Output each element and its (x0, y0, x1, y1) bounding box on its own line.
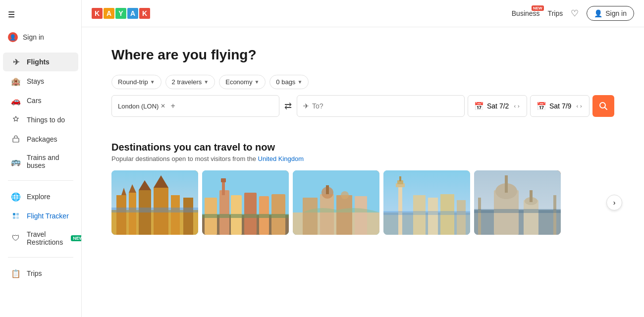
svg-rect-28 (221, 178, 226, 182)
plane-icon: ✈ (11, 57, 21, 67)
svg-rect-18 (111, 208, 198, 212)
sidebar-item-explore[interactable]: 🌐 Explore (3, 187, 78, 206)
istanbul-image (474, 170, 561, 235)
bags-dropdown[interactable]: 0 bags ▼ (269, 75, 309, 89)
packages-icon (11, 134, 21, 144)
svg-rect-37 (326, 185, 329, 194)
date-from-prev[interactable]: ‹ (514, 103, 516, 109)
business-link-wrap: Business New (512, 9, 540, 17)
destination-card-2[interactable] (202, 170, 289, 235)
sidebar-item-packages[interactable]: Packages (3, 130, 78, 149)
date-to-next[interactable]: › (580, 103, 582, 109)
to-input[interactable] (312, 102, 458, 110)
destination-card-5[interactable] (474, 170, 561, 235)
kayak-logo[interactable]: K A Y A K (92, 8, 150, 19)
svg-rect-2 (16, 213, 19, 215)
logo-y: Y (115, 8, 126, 19)
date-from-field[interactable]: 📅 Sat 7/2 ‹ › (468, 95, 527, 117)
travelers-dropdown[interactable]: 2 travelers ▼ (165, 75, 215, 89)
date-to-prev[interactable]: ‹ (576, 103, 578, 109)
from-value: London (LON) (118, 103, 159, 110)
barcelona-image (293, 170, 379, 235)
sidebar-label-stays: Stays (27, 77, 44, 85)
search-button[interactable] (592, 95, 614, 117)
sidebar-label-trips: Trips (27, 269, 42, 277)
svg-rect-54 (505, 175, 508, 193)
search-inputs-row: London (LON) ✕ + ⇄ ✈ 📅 Sat 7/2 ‹ › (111, 95, 614, 117)
menu-icon[interactable]: ☰ (0, 5, 81, 27)
date-from-next[interactable]: › (518, 103, 520, 109)
destinations-next-button[interactable]: › (606, 195, 622, 211)
bus-icon: 🚌 (11, 157, 21, 166)
main-content: K A Y A K Business New Trips ♡ 👤 Sign in… (82, 0, 644, 317)
sidebar-item-trips[interactable]: 📋 Trips (3, 264, 78, 283)
svg-rect-33 (320, 194, 334, 235)
svg-rect-3 (13, 216, 15, 219)
svg-rect-27 (222, 180, 225, 195)
from-field[interactable]: London (LON) ✕ + (111, 95, 279, 117)
svg-rect-44 (399, 176, 401, 181)
sidebar-main-section: ✈ Flights 🏨 Stays 🚗 Cars Things to do (0, 50, 81, 176)
sidebar-secondary-section: 🌐 Explore Flight Tracker 🛡 Travel Restri… (0, 185, 81, 253)
svg-rect-9 (129, 193, 136, 235)
trips-link[interactable]: Trips (548, 9, 563, 17)
stays-icon: 🏨 (11, 76, 21, 86)
svg-rect-59 (530, 190, 533, 202)
sign-in-button[interactable]: 👤 Sign in (587, 6, 634, 21)
destination-card-3[interactable] (293, 170, 379, 235)
date-to-nav[interactable]: ‹ › (576, 103, 582, 109)
calendar-from-icon: 📅 (474, 102, 484, 111)
sidebar-signin[interactable]: 👤 Sign in (0, 27, 81, 50)
cabin-chevron: ▼ (254, 79, 259, 85)
user-icon: 👤 (8, 32, 18, 42)
sidebar-label-cars: Cars (27, 97, 42, 105)
bags-chevron: ▼ (297, 79, 302, 85)
sign-in-label: Sign in (605, 9, 627, 17)
sidebar-item-cars[interactable]: 🚗 Cars (3, 91, 78, 110)
sidebar-item-flight-tracker[interactable]: Flight Tracker (3, 207, 78, 225)
search-icon (598, 101, 608, 111)
cabin-dropdown[interactable]: Economy ▼ (219, 75, 266, 89)
trips-icon: 📋 (11, 268, 21, 278)
cabin-label: Economy (225, 78, 252, 86)
trip-type-dropdown[interactable]: Round-trip ▼ (111, 75, 161, 89)
add-origin[interactable]: + (170, 102, 175, 110)
sidebar-item-things-to-do[interactable]: Things to do (3, 110, 78, 129)
to-field[interactable]: ✈ (297, 95, 465, 117)
svg-rect-32 (303, 198, 318, 235)
swap-button[interactable]: ⇄ (282, 101, 294, 111)
svg-rect-55 (478, 198, 481, 235)
sidebar-item-flights[interactable]: ✈ Flights (3, 53, 78, 71)
destination-card-4[interactable] (383, 170, 470, 235)
page-title: Where are you flying? (111, 47, 614, 63)
sidebar-divider-1 (8, 180, 73, 181)
bags-label: 0 bags (276, 78, 295, 86)
tokyo-image (383, 170, 470, 235)
svg-rect-34 (336, 195, 352, 235)
sidebar-tertiary-section: 📋 Trips (0, 262, 81, 285)
trip-type-chevron: ▼ (150, 79, 155, 85)
sidebar-item-trains[interactable]: 🚌 Trains and buses (3, 149, 78, 174)
sidebar-divider-2 (8, 257, 73, 258)
favorites-icon[interactable]: ♡ (571, 8, 579, 19)
svg-rect-24 (244, 193, 257, 235)
date-from-nav[interactable]: ‹ › (514, 103, 519, 109)
subtitle-static: Popular destinations open to most visito… (111, 155, 258, 162)
sidebar-label-packages: Packages (27, 135, 57, 143)
date-to-field[interactable]: 📅 Sat 7/9 ‹ › (530, 95, 590, 117)
svg-rect-35 (355, 196, 367, 235)
from-tag-close[interactable]: ✕ (161, 103, 165, 109)
header: K A Y A K Business New Trips ♡ 👤 Sign in (82, 0, 644, 27)
cartagena-image (202, 170, 289, 235)
plane-to-icon: ✈ (303, 102, 309, 110)
logo-a2: A (127, 8, 138, 19)
destination-card-1[interactable] (111, 170, 198, 235)
sidebar-item-stays[interactable]: 🏨 Stays (3, 72, 78, 91)
date-from-value: Sat 7/2 (487, 102, 509, 110)
sidebar-item-travel-restrictions[interactable]: 🛡 Travel Restrictions NEW (3, 226, 78, 251)
logo-a1: A (104, 8, 114, 19)
svg-rect-0 (13, 138, 19, 142)
subtitle-link[interactable]: United Kingdom (258, 155, 304, 162)
search-area: Where are you flying? Round-trip ▼ 2 tra… (82, 27, 644, 132)
header-nav: Business New Trips ♡ 👤 Sign in (512, 6, 634, 21)
